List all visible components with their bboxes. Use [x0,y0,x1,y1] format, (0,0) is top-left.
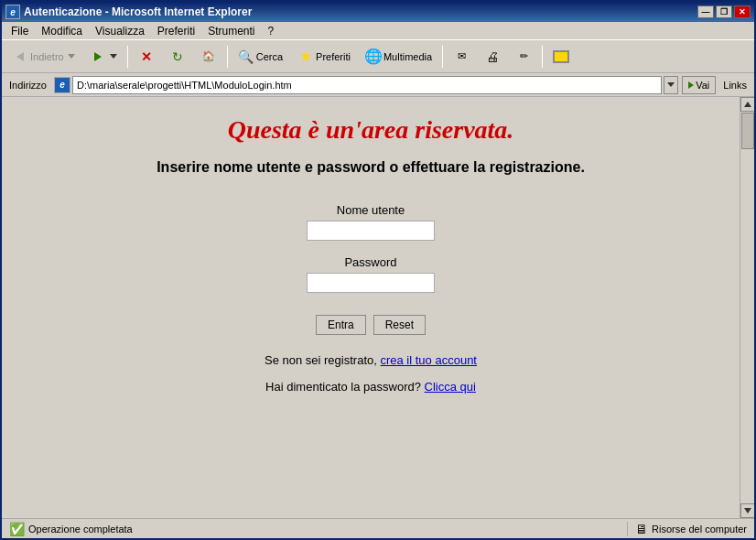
multimedia-icon: 🌐 [365,49,382,65]
scroll-thumb[interactable] [741,113,754,149]
sub-heading: Inserire nome utente e password o effett… [38,159,703,176]
reset-button[interactable]: Reset [373,315,426,335]
statusbar: ✅ Operazione completata 🖥 Risorse del co… [2,518,754,538]
addressbar: Indirizzo e Vai Links [2,73,754,97]
go-icon [688,81,694,89]
resources-text: Risorse del computer [652,524,747,535]
menu-visualizza[interactable]: Visualizza [90,23,150,39]
page-icon: e [54,77,70,93]
refresh-icon: ↻ [169,49,186,65]
mail-icon: ✉ [453,49,470,65]
separator-2 [227,46,228,68]
forgot-link[interactable]: Clicca qui [425,380,476,394]
minimize-button[interactable]: — [697,5,714,18]
status-left: ✅ Operazione completata [2,522,628,536]
register-text: Se non sei registrato, crea il tuo accou… [38,353,703,367]
back-button[interactable]: Indietro [5,43,81,70]
forgot-text: Hai dimenticato la password? Clicca qui [38,380,703,394]
go-button[interactable]: Vai [682,76,716,94]
menu-modifica[interactable]: Modifica [36,23,88,39]
favorites-label: Preferiti [316,51,351,62]
username-input[interactable] [307,221,435,241]
scroll-down-button[interactable] [740,503,755,518]
search-button[interactable]: 🔍 Cerca [232,43,289,70]
restore-button[interactable]: ❐ [716,5,732,18]
page-content: Questa è un'area riservata. Inserire nom… [2,97,740,518]
desktop-button[interactable] [546,43,576,70]
status-icon: ✅ [9,522,25,536]
chevron-down-icon [667,82,675,87]
password-label: Password [344,255,396,269]
status-text: Operazione completata [28,524,133,535]
separator-1 [127,46,128,68]
login-form: Nome utente Password Entra Reset [38,203,703,335]
menu-strumenti[interactable]: Strumenti [202,23,260,39]
multimedia-button[interactable]: 🌐 Multimedia [359,43,438,70]
favorites-button[interactable]: ★ Preferiti [291,43,357,70]
password-input[interactable] [307,273,435,293]
desktop-icon [553,50,569,63]
menu-file[interactable]: File [5,23,34,39]
window-title: Autenticazione - Microsoft Internet Expl… [24,5,252,18]
content-area: Questa è un'area riservata. Inserire nom… [2,97,754,518]
home-icon: 🏠 [200,49,217,65]
register-prefix: Se non sei registrato, [265,353,380,367]
scroll-track [740,112,754,503]
forward-button[interactable] [83,43,124,70]
search-icon: 🔍 [238,49,254,65]
username-field-group: Nome utente [307,203,435,241]
menu-preferiti[interactable]: Preferiti [152,23,200,39]
computer-icon: 🖥 [635,522,648,536]
separator-3 [442,46,443,68]
browser-window: e Autenticazione - Microsoft Internet Ex… [0,0,756,540]
password-field-group: Password [307,255,435,293]
scroll-down-icon [744,508,751,513]
forward-dropdown-icon [110,54,117,59]
forward-icon [90,49,106,65]
menubar: File Modifica Visualizza Preferiti Strum… [2,22,754,40]
refresh-button[interactable]: ↻ [163,43,192,70]
scroll-up-icon [744,102,751,107]
back-dropdown-icon [68,54,75,59]
go-label: Vai [696,80,709,91]
toolbar: Indietro ✕ ↻ 🏠 [2,40,754,73]
print-button[interactable]: 🖨 [478,43,507,70]
main-heading: Questa è un'area riservata. [38,115,703,145]
username-label: Nome utente [337,203,405,217]
home-button[interactable]: 🏠 [194,43,223,70]
mail-button[interactable]: ✉ [447,43,476,70]
menu-help[interactable]: ? [263,23,280,39]
titlebar-left: e Autenticazione - Microsoft Internet Ex… [5,5,252,19]
search-label: Cerca [256,51,283,62]
register-link[interactable]: crea il tuo account [380,353,477,367]
address-input[interactable] [77,80,657,91]
info-section: Se non sei registrato, crea il tuo accou… [38,353,703,394]
back-icon [12,49,28,65]
status-right: 🖥 Risorse del computer [628,522,754,536]
scrollbar [740,97,754,518]
links-label: Links [719,80,751,91]
forgot-prefix: Hai dimenticato la password? [265,380,424,394]
multimedia-label: Multimedia [383,51,432,62]
stop-button[interactable]: ✕ [132,43,161,70]
close-button[interactable]: ✕ [734,5,751,18]
edit-button[interactable]: ✏ [509,43,538,70]
titlebar: e Autenticazione - Microsoft Internet Ex… [2,2,754,22]
edit-icon: ✏ [515,49,532,65]
address-dropdown-button[interactable] [664,76,678,94]
ie-icon: e [5,5,20,19]
titlebar-buttons: — ❐ ✕ [697,5,751,18]
address-input-wrap [72,76,662,94]
print-icon: 🖨 [484,49,501,65]
back-label: Indietro [30,51,64,62]
scroll-up-button[interactable] [740,97,755,112]
address-label: Indirizzo [5,80,50,91]
separator-4 [542,46,543,68]
star-icon: ★ [297,49,314,65]
form-buttons: Entra Reset [316,315,426,335]
stop-icon: ✕ [138,49,155,65]
submit-button[interactable]: Entra [316,315,366,335]
